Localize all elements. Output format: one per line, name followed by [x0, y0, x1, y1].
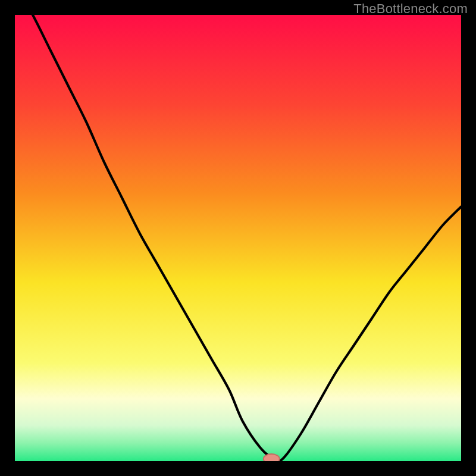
- gradient-background: [15, 15, 461, 461]
- bottleneck-chart: [15, 15, 461, 461]
- optimal-point-marker: [264, 454, 280, 461]
- chart-frame: TheBottleneck.com: [0, 0, 476, 476]
